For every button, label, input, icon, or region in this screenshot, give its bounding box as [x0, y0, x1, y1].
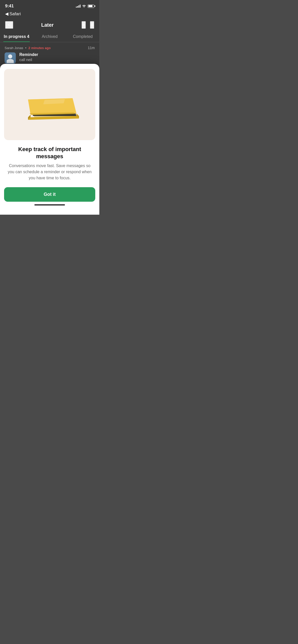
modal-title: Keep track of important messages: [0, 140, 99, 163]
home-indicator: [0, 202, 99, 207]
battery-icon: [88, 5, 94, 8]
task-body: Reminder call neil: [5, 52, 95, 64]
task-title: Reminder: [19, 52, 38, 57]
status-time: 9:41: [5, 4, 14, 9]
task-subject: call neil: [19, 57, 38, 62]
modal-description: Conversations move fast. Save messages s…: [0, 163, 99, 187]
filter-button[interactable]: ≡: [90, 21, 94, 29]
tabs-bar: In progress 4 Archived Completed: [0, 32, 99, 42]
status-icons: [76, 4, 94, 8]
task-meta: Sarah Jonas • 2 minutes ago 11m: [5, 46, 95, 50]
tab-archived[interactable]: Archived: [33, 32, 66, 42]
avatar: [5, 52, 16, 64]
back-button[interactable]: <: [5, 21, 13, 29]
tab-in-progress[interactable]: In progress 4: [0, 32, 33, 42]
task-source-type: Sarah Jonas: [5, 46, 23, 50]
add-button[interactable]: +: [82, 21, 86, 29]
status-bar: 9:41: [0, 0, 99, 10]
task-age: 11m: [88, 46, 95, 50]
wifi-icon: [82, 4, 86, 8]
page-title: Later: [41, 22, 54, 28]
task-time-ago: 2 minutes ago: [29, 46, 51, 50]
illustration-area: [4, 69, 95, 140]
signal-icon: [76, 5, 80, 8]
got-it-button[interactable]: Got it: [4, 187, 95, 202]
app-header: < Later + ≡: [0, 19, 99, 32]
safari-back-button[interactable]: ◀ Safari: [5, 11, 94, 17]
tab-completed[interactable]: Completed: [66, 32, 99, 42]
header-actions: + ≡: [82, 21, 94, 29]
safari-bar: ◀ Safari: [0, 10, 99, 19]
modal-overlay: Keep track of important messages Convers…: [0, 64, 99, 215]
stack-illustration: [19, 82, 80, 127]
